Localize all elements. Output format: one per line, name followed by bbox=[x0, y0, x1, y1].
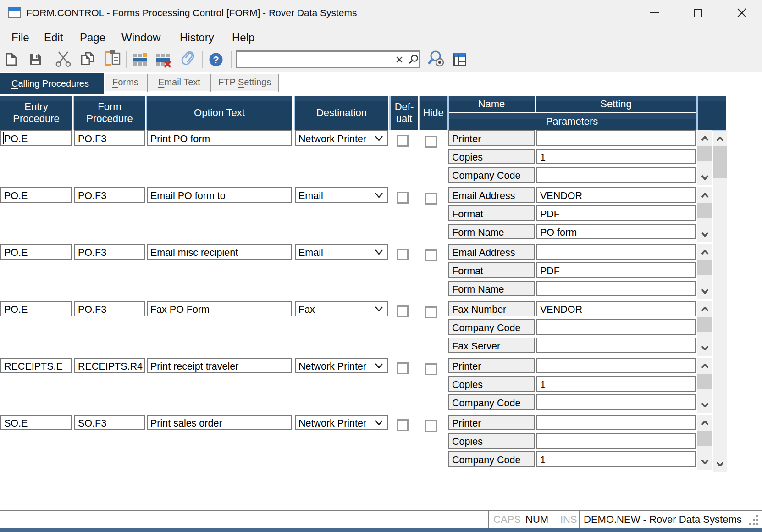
svg-text:?: ? bbox=[213, 54, 219, 66]
